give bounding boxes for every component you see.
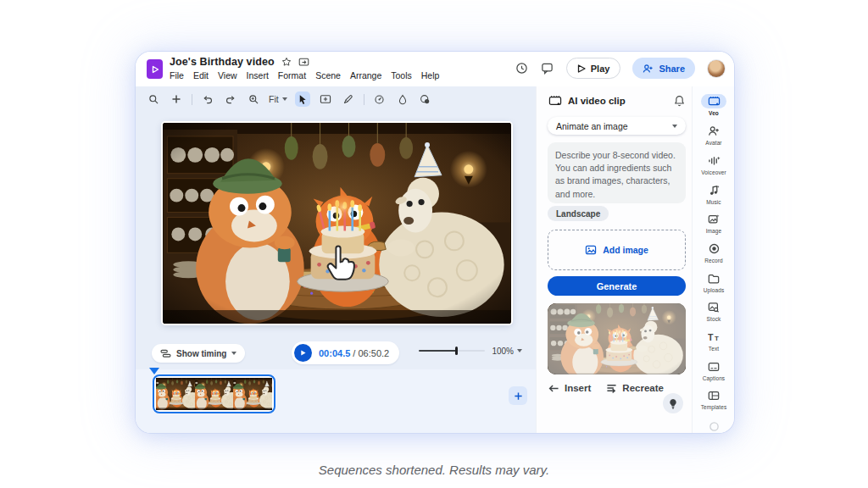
- add-clip-button[interactable]: [509, 386, 527, 405]
- stock-icon: [708, 302, 720, 313]
- header-bar: Joe's Birthday video File Edit View Inse…: [136, 52, 734, 86]
- zoom-slider[interactable]: [419, 346, 485, 356]
- rail-item-image[interactable]: Image: [693, 212, 734, 234]
- rail-item-avatar[interactable]: Avatar: [693, 124, 734, 146]
- timeline-play-button[interactable]: [294, 344, 312, 362]
- toolbar: Fit: [146, 90, 433, 108]
- rail-label: Voiceover: [701, 169, 726, 175]
- text-box-button[interactable]: [318, 92, 333, 107]
- pen-tool-button[interactable]: [341, 92, 356, 107]
- fit-label: Fit: [269, 94, 279, 104]
- menu-file[interactable]: File: [170, 70, 184, 80]
- chevron-down-icon: [517, 349, 522, 352]
- prompt-textarea[interactable]: Describe your 8-second video. You can ad…: [548, 142, 686, 203]
- rail-item-record[interactable]: Record: [693, 241, 734, 263]
- insert-button[interactable]: Insert: [548, 383, 591, 393]
- generate-button[interactable]: Generate: [548, 276, 686, 296]
- show-timing-label: Show timing: [176, 349, 226, 358]
- toolbar-divider: [192, 94, 192, 105]
- chevron-down-icon: [282, 97, 287, 101]
- app-logo[interactable]: [147, 59, 163, 79]
- prompt-placeholder: Describe your 8-second video. You can ad…: [555, 150, 676, 199]
- timing-icon: [160, 349, 171, 358]
- slider-thumb[interactable]: [455, 347, 458, 355]
- add-scene-button[interactable]: [169, 92, 184, 107]
- svg-text:T: T: [708, 332, 714, 342]
- page: Joe's Birthday video File Edit View Inse…: [0, 0, 868, 488]
- insert-label: Insert: [565, 383, 591, 393]
- menu-edit[interactable]: Edit: [193, 70, 209, 80]
- voiceover-wave-icon: [708, 155, 721, 166]
- fit-zoom-select[interactable]: Fit: [269, 94, 287, 104]
- aspect-chip-label: Landscape: [556, 209, 600, 219]
- share-button[interactable]: Share: [632, 58, 695, 79]
- comments-button[interactable]: [541, 62, 554, 75]
- move-folder-icon[interactable]: [298, 57, 309, 67]
- star-icon[interactable]: [281, 57, 292, 67]
- source-image-thumbnail[interactable]: [548, 303, 686, 374]
- zoom-level-select[interactable]: 100%: [492, 347, 522, 356]
- menu-scene[interactable]: Scene: [315, 70, 341, 80]
- redo-button[interactable]: [223, 92, 238, 107]
- result-actions: Insert Recreate: [548, 381, 664, 395]
- cursor-arrow-icon: [298, 94, 308, 105]
- captions-icon: [708, 362, 720, 372]
- rail-label: Music: [706, 199, 721, 205]
- menu-arrange[interactable]: Arrange: [350, 70, 381, 80]
- mode-dropdown[interactable]: Animate an image: [548, 117, 686, 135]
- document-title[interactable]: Joe's Birthday video: [170, 56, 275, 68]
- recreate-button[interactable]: Recreate: [606, 383, 664, 393]
- contrast-tool-button[interactable]: [418, 92, 433, 107]
- slider-track-filled: [419, 350, 456, 352]
- transport-control: 00:04.5 / 06:50.2: [292, 341, 399, 364]
- bell-icon[interactable]: [674, 95, 685, 107]
- menu-format[interactable]: Format: [278, 70, 306, 80]
- add-image-button[interactable]: Add image: [548, 230, 686, 270]
- play-button[interactable]: Play: [566, 58, 621, 79]
- partial-circle-icon: [709, 421, 720, 432]
- zoom-level-value: 100%: [492, 347, 514, 356]
- zoom-in-icon: [248, 94, 259, 105]
- playhead-marker[interactable]: [149, 368, 159, 374]
- tips-button[interactable]: [663, 393, 683, 413]
- version-history-button[interactable]: [515, 62, 529, 75]
- dial-tool-button[interactable]: [372, 92, 387, 107]
- rail-item-veo[interactable]: Veo: [693, 94, 734, 116]
- menu-view[interactable]: View: [218, 70, 237, 80]
- rail-label: Uploads: [704, 287, 725, 293]
- select-tool-button[interactable]: [295, 92, 310, 107]
- menu-tools[interactable]: Tools: [391, 70, 412, 80]
- redo-icon: [225, 94, 236, 105]
- avatar-add-icon: [708, 125, 720, 136]
- add-image-label: Add image: [603, 245, 648, 255]
- rail-item-templates[interactable]: Templates: [693, 388, 734, 410]
- menu-bar: File Edit View Insert Format Scene Arran…: [170, 70, 439, 80]
- app-window: Joe's Birthday video File Edit View Inse…: [136, 52, 734, 433]
- clip-frame-3: [233, 378, 272, 410]
- rail-item-uploads[interactable]: Uploads: [693, 271, 734, 293]
- play-icon: [577, 64, 586, 73]
- menu-help[interactable]: Help: [421, 70, 440, 80]
- text-Tt-icon: TT: [708, 332, 721, 342]
- toolbar-divider: [364, 94, 364, 105]
- rail-label: Stock: [707, 316, 721, 322]
- timeline-clip[interactable]: [153, 374, 275, 413]
- droplet-tool-button[interactable]: [395, 92, 410, 107]
- undo-icon: [202, 94, 214, 105]
- video-canvas[interactable]: [163, 123, 511, 324]
- rail-item-music[interactable]: Music: [693, 183, 734, 205]
- rail-item-voiceover[interactable]: Voiceover: [693, 153, 734, 175]
- show-timing-button[interactable]: Show timing: [152, 344, 245, 363]
- menu-insert[interactable]: Insert: [247, 70, 269, 80]
- lightbulb-icon: [668, 398, 678, 409]
- search-tool-button[interactable]: [146, 92, 161, 107]
- zoom-tool-button[interactable]: [246, 92, 261, 107]
- disclaimer-caption: Sequences shortened. Results may vary.: [0, 463, 868, 477]
- aspect-ratio-chip[interactable]: Landscape: [548, 206, 609, 221]
- rail-item-captions[interactable]: Captions: [693, 359, 734, 381]
- music-note-icon: [709, 185, 720, 196]
- rail-item-stock[interactable]: Stock: [693, 300, 734, 322]
- account-avatar[interactable]: [707, 59, 726, 78]
- undo-button[interactable]: [200, 92, 215, 107]
- rail-item-text[interactable]: TT Text: [693, 330, 734, 352]
